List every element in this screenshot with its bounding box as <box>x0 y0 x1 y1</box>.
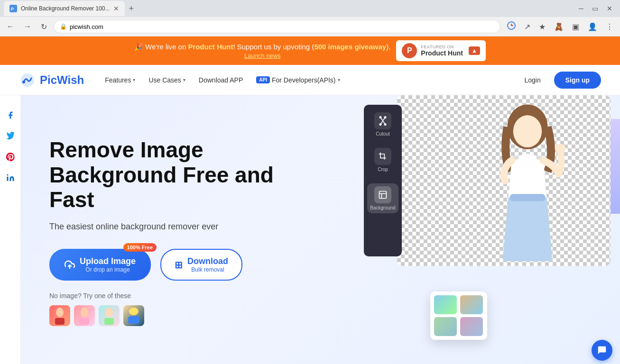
svg-point-18 <box>379 124 381 125</box>
back-button[interactable]: ← <box>4 20 17 33</box>
forward-button[interactable]: → <box>21 20 34 33</box>
thumbnail-4[interactable] <box>460 317 483 336</box>
tab-close-btn[interactable]: ✕ <box>113 5 119 12</box>
cutout-icon <box>374 112 391 129</box>
developers-chevron-icon: ▾ <box>338 77 340 82</box>
tab-favicon: P <box>9 5 17 12</box>
thumbnail-2[interactable] <box>460 295 483 314</box>
ph-upvote-arrow[interactable]: ▲ <box>469 46 480 55</box>
ph-logo: P <box>402 43 417 58</box>
chat-support-button[interactable] <box>592 340 612 361</box>
sample-image-2[interactable] <box>74 305 95 326</box>
svg-point-5 <box>7 174 9 176</box>
browser-tab[interactable]: P Online Background Remover 100... ✕ <box>4 1 125 16</box>
upload-image-button[interactable]: Upload Image Or drop an image <box>49 249 151 281</box>
use-cases-chevron-icon: ▾ <box>183 77 185 82</box>
share-button[interactable]: ↗ <box>521 20 533 33</box>
pinterest-share-button[interactable] <box>0 146 21 167</box>
tab-bar: P Online Background Remover 100... ✕ + ─… <box>0 0 620 17</box>
svg-rect-10 <box>80 318 89 325</box>
profile-button[interactable]: 👤 <box>585 20 600 33</box>
crop-tool[interactable]: Crop <box>374 148 391 172</box>
cutout-label: Cutout <box>376 131 389 136</box>
tab-title: Online Background Remover 100... <box>21 5 110 12</box>
menu-button[interactable]: ⋮ <box>603 20 616 33</box>
announcement-main: 🎉 We're live on Product Hunt! Support us… <box>134 43 390 51</box>
svg-point-7 <box>56 308 64 317</box>
new-tab-button[interactable]: + <box>125 2 138 16</box>
product-image-area <box>397 95 611 266</box>
social-sidebar <box>0 95 21 364</box>
no-image-text: No image? Try one of these <box>49 292 335 300</box>
svg-rect-19 <box>379 191 387 199</box>
ph-text: FEATURED ON Product Hunt <box>421 45 463 57</box>
main-nav: PicWish Features ▾ Use Cases ▾ Download … <box>0 65 620 95</box>
browser-actions: ↗ ★ 🧸 ▣ 👤 ⋮ <box>504 19 616 34</box>
product-hunt-badge[interactable]: P FEATURED ON Product Hunt ▲ <box>396 40 486 61</box>
svg-point-16 <box>384 124 386 125</box>
svg-point-23 <box>555 144 566 153</box>
bookmark-button[interactable]: ★ <box>536 20 548 33</box>
nav-features[interactable]: Features ▾ <box>99 73 141 88</box>
svg-point-11 <box>105 308 113 317</box>
svg-point-4 <box>22 81 25 83</box>
thumbnail-1[interactable] <box>434 295 457 314</box>
login-button[interactable]: Login <box>517 73 548 88</box>
logo-text: PicWish <box>40 73 84 87</box>
minimize-button[interactable]: ─ <box>575 4 587 13</box>
logo[interactable]: PicWish <box>19 72 84 89</box>
svg-rect-22 <box>509 194 546 201</box>
browser-chrome: P Online Background Remover 100... ✕ + ─… <box>0 0 620 36</box>
logo-icon <box>19 72 36 89</box>
url-text: picwish.com <box>70 23 103 30</box>
svg-rect-8 <box>55 318 65 325</box>
svg-point-13 <box>129 308 139 315</box>
svg-point-9 <box>81 308 88 317</box>
extensions-button[interactable]: 🧸 <box>551 20 566 33</box>
svg-text:P: P <box>11 7 14 11</box>
sample-image-4[interactable] <box>123 305 144 326</box>
nav-developers[interactable]: API For Developers(APIs) ▾ <box>250 73 345 88</box>
twitter-share-button[interactable] <box>0 126 21 146</box>
thumbnail-3[interactable] <box>434 317 457 336</box>
url-input[interactable]: 🔒 picwish.com <box>54 20 500 33</box>
hero-subtitle: The easiest online background remover ev… <box>49 222 335 232</box>
upload-icon <box>65 260 75 270</box>
woman-figure <box>473 100 582 261</box>
product-hunt-link[interactable]: Product Hunt <box>188 43 233 51</box>
linkedin-share-button[interactable] <box>0 167 21 188</box>
close-button[interactable]: ✕ <box>603 4 616 13</box>
facebook-share-button[interactable] <box>0 105 21 126</box>
background-label: Background <box>370 205 395 210</box>
ph-name-label: Product Hunt <box>421 49 463 57</box>
sample-image-3[interactable] <box>99 305 120 326</box>
upload-button-wrapper: 100% Free Upload Image Or drop an image <box>49 249 151 281</box>
sidebar-toggle-button[interactable]: ▣ <box>569 20 582 33</box>
api-badge: API <box>256 76 270 83</box>
svg-rect-14 <box>128 316 139 324</box>
launch-news-link[interactable]: Launch news <box>134 52 390 59</box>
sample-image-1[interactable] <box>49 305 70 326</box>
nav-download-app[interactable]: Download APP <box>193 73 249 88</box>
background-tool[interactable]: Background <box>367 183 398 213</box>
restore-button[interactable]: ▭ <box>588 4 602 13</box>
chat-icon <box>597 345 607 355</box>
signup-button[interactable]: Sign up <box>554 72 601 89</box>
announcement-text: 🎉 We're live on Product Hunt! Support us… <box>134 43 390 59</box>
crop-icon <box>374 148 391 165</box>
nav-right: Login Sign up <box>517 72 601 89</box>
svg-point-17 <box>384 117 386 118</box>
announcement-bar: 🎉 We're live on Product Hunt! Support us… <box>0 36 620 65</box>
hero-title: Remove Image Background Free and Fast <box>49 137 324 213</box>
google-icon[interactable] <box>504 19 518 34</box>
features-chevron-icon: ▾ <box>133 77 135 82</box>
cutout-tool[interactable]: Cutout <box>374 112 391 136</box>
crop-label: Crop <box>378 167 388 172</box>
nav-use-cases[interactable]: Use Cases ▾ <box>143 73 191 88</box>
hero-section: Remove Image Background Free and Fast Th… <box>21 95 335 364</box>
editor-panel: Cutout Crop Background <box>364 105 402 256</box>
download-bulk-button[interactable]: ⊞ Download Bulk removal <box>160 249 242 281</box>
hero-image-area: Cutout Crop Background <box>335 95 620 364</box>
sample-images <box>49 305 335 326</box>
refresh-button[interactable]: ↻ <box>38 20 50 33</box>
